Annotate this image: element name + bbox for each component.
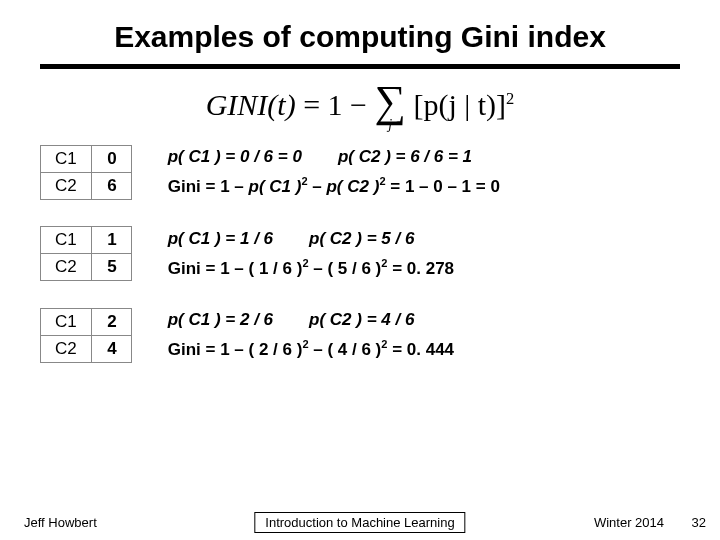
example-table: C10 C26 — [40, 145, 132, 200]
slide-footer: Jeff Howbert Introduction to Machine Lea… — [0, 515, 720, 530]
gini-post: = 1 – 0 – 1 = 0 — [386, 177, 500, 196]
summation: ∑ j — [375, 83, 406, 132]
table-cell: C2 — [41, 335, 92, 362]
gini-t2: p( C2 ) — [326, 177, 379, 196]
gini-mid: – ( 5 / 6 ) — [309, 259, 382, 278]
table-cell: C2 — [41, 254, 92, 281]
example-table: C11 C25 — [40, 226, 132, 281]
gini-line: Gini = 1 – p( C1 )2 – p( C2 )2 = 1 – 0 –… — [168, 172, 500, 202]
example-row: C10 C26 p( C1 ) = 0 / 6 = 0 p( C2 ) = 6 … — [40, 142, 680, 202]
table-cell: 2 — [91, 308, 131, 335]
gini-formula: GINI(t) = 1 − ∑ j [p(j | t)]2 — [40, 83, 680, 132]
sigma-icon: ∑ — [375, 83, 406, 120]
title-divider — [40, 64, 680, 69]
slide: Examples of computing Gini index GINI(t)… — [0, 0, 720, 540]
equals: = — [303, 88, 327, 121]
p-c2: p( C2 ) = 5 / 6 — [309, 224, 414, 254]
slide-title: Examples of computing Gini index — [40, 20, 680, 54]
example-equations: p( C1 ) = 0 / 6 = 0 p( C2 ) = 6 / 6 = 1 … — [168, 142, 500, 202]
table-cell: C1 — [41, 227, 92, 254]
prob-line: p( C1 ) = 1 / 6 p( C2 ) = 5 / 6 — [168, 224, 454, 254]
gini-post: = 0. 278 — [387, 259, 454, 278]
formula-expression: GINI(t) = 1 − ∑ j [p(j | t)]2 — [206, 83, 515, 132]
minus: − — [350, 88, 374, 121]
gini-line: Gini = 1 – ( 2 / 6 )2 – ( 4 / 6 )2 = 0. … — [168, 335, 454, 365]
footer-course: Introduction to Machine Learning — [254, 512, 465, 533]
gini-mid: – ( 4 / 6 ) — [309, 340, 382, 359]
table-cell: 4 — [91, 335, 131, 362]
table-cell: 0 — [91, 145, 131, 172]
gini-full: Gini = 1 – ( 1 / 6 ) — [168, 259, 303, 278]
examples-container: C10 C26 p( C1 ) = 0 / 6 = 0 p( C2 ) = 6 … — [40, 142, 680, 365]
footer-page-number: 32 — [692, 515, 706, 530]
gini-full: Gini = 1 – ( 2 / 6 ) — [168, 340, 303, 359]
table-cell: C1 — [41, 308, 92, 335]
gini-t1: p( C1 ) — [249, 177, 302, 196]
table-cell: 1 — [91, 227, 131, 254]
table-cell: 6 — [91, 172, 131, 199]
formula-one: 1 — [328, 88, 343, 121]
example-equations: p( C1 ) = 2 / 6 p( C2 ) = 4 / 6 Gini = 1… — [168, 305, 454, 365]
p-c2: p( C2 ) = 4 / 6 — [309, 305, 414, 335]
p-c2: p( C2 ) = 6 / 6 = 1 — [338, 142, 472, 172]
table-cell: C2 — [41, 172, 92, 199]
p-c1: p( C1 ) = 2 / 6 — [168, 305, 273, 335]
table-cell: 5 — [91, 254, 131, 281]
table-cell: C1 — [41, 145, 92, 172]
p-c1: p( C1 ) = 1 / 6 — [168, 224, 273, 254]
p-c1: p( C1 ) = 0 / 6 = 0 — [168, 142, 302, 172]
example-row: C12 C24 p( C1 ) = 2 / 6 p( C2 ) = 4 / 6 … — [40, 305, 680, 365]
formula-bracket: [p(j | t)] — [413, 88, 506, 121]
gini-dash: – — [308, 177, 327, 196]
footer-term: Winter 2014 — [594, 515, 664, 530]
formula-lhs: GINI(t) — [206, 88, 296, 121]
example-equations: p( C1 ) = 1 / 6 p( C2 ) = 5 / 6 Gini = 1… — [168, 224, 454, 284]
gini-line: Gini = 1 – ( 1 / 6 )2 – ( 5 / 6 )2 = 0. … — [168, 254, 454, 284]
gini-pre: Gini = 1 – — [168, 177, 249, 196]
example-row: C11 C25 p( C1 ) = 1 / 6 p( C2 ) = 5 / 6 … — [40, 224, 680, 284]
gini-post: = 0. 444 — [387, 340, 454, 359]
formula-power: 2 — [506, 89, 514, 108]
prob-line: p( C1 ) = 2 / 6 p( C2 ) = 4 / 6 — [168, 305, 454, 335]
example-table: C12 C24 — [40, 308, 132, 363]
footer-author: Jeff Howbert — [24, 515, 97, 530]
prob-line: p( C1 ) = 0 / 6 = 0 p( C2 ) = 6 / 6 = 1 — [168, 142, 500, 172]
